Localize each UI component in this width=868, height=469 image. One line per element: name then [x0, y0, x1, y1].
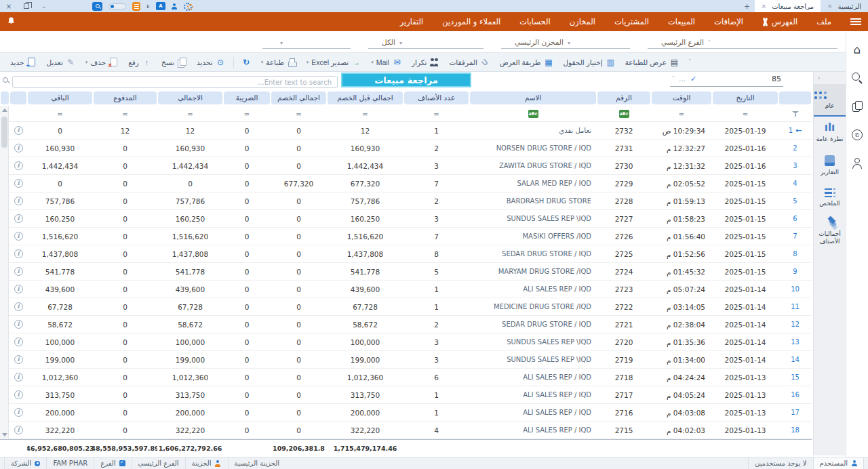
vertical-scrollbar[interactable]	[0, 106, 9, 439]
minimize-icon[interactable]: –	[35, 0, 53, 12]
equals-filter-icon[interactable]	[244, 110, 250, 118]
header-total[interactable]: الاجمالي	[157, 89, 223, 106]
scope-select[interactable]: الكل ▾	[368, 35, 484, 49]
abc-filter-icon[interactable]	[528, 110, 538, 118]
menu-reports[interactable]: التقارير	[391, 17, 433, 26]
filter-total[interactable]	[157, 106, 223, 121]
header-remaining[interactable]: الباقي	[27, 89, 93, 106]
tab-home[interactable]: الرئيسية ×	[821, 0, 868, 12]
records-count-input[interactable]	[754, 75, 781, 83]
choose-fields-button[interactable]: إختيار الحقول	[558, 56, 620, 69]
user-icon[interactable]	[172, 3, 178, 9]
warehouse-select[interactable]: المخزن الرئيسي ▾	[501, 35, 630, 49]
table-row[interactable]: 18 2025-01-13 04:02:03 م 2715 ALI SALES …	[0, 422, 812, 439]
menu-purchases[interactable]: المشتريات	[605, 17, 658, 26]
equals-filter-icon[interactable]	[679, 110, 684, 118]
table-row[interactable]: 8 2025-01-15 01:52:56 م 2725 SEDAR DRUG …	[0, 245, 812, 263]
filter-total-before-discount[interactable]	[327, 106, 403, 121]
table-row[interactable]: 15 2025-01-13 04:24:24 م 2718 ALI SALES …	[0, 369, 812, 386]
sidebar-collapse-chevron-icon[interactable]: ›	[814, 72, 846, 84]
menu-accounts[interactable]: الحسابات	[510, 17, 559, 26]
apply-check-icon[interactable]: ✓	[690, 75, 696, 83]
filter-items-count[interactable]	[403, 106, 469, 121]
refresh-button[interactable]	[237, 56, 256, 69]
whatsapp-icon[interactable]	[851, 129, 863, 141]
row-info-icon[interactable]	[14, 126, 23, 135]
equals-filter-icon[interactable]	[296, 110, 301, 118]
restore-icon[interactable]	[18, 0, 35, 12]
table-row[interactable]: 10 2025-01-14 05:07:24 م 2723 ALI SALES …	[0, 281, 812, 298]
row-info-icon[interactable]	[14, 320, 23, 329]
scrollbar-up-icon[interactable]	[2, 108, 7, 112]
header-name[interactable]: الاسم	[469, 89, 597, 106]
filter-remaining[interactable]	[27, 106, 93, 121]
sidebar-item-summary[interactable]: الملخص	[814, 182, 846, 214]
print-button[interactable]: طباعة▾	[256, 56, 302, 69]
table-row[interactable]: 3 2025-01-16 12:31:32 م 2730 ZAWITA DRUG…	[0, 157, 812, 175]
row-info-icon[interactable]	[14, 355, 23, 364]
pages-icon[interactable]	[851, 100, 863, 113]
table-row[interactable]: 4 2025-01-15 02:05:52 م 2729 SALAR MED R…	[0, 175, 812, 192]
equals-filter-icon[interactable]	[187, 110, 193, 118]
scrollbar-thumb[interactable]	[1, 117, 7, 148]
table-row[interactable]: 17 2025-01-13 04:03:08 م 2716 ALI SALES …	[0, 404, 812, 422]
post-button[interactable]: رفع	[123, 56, 157, 69]
menu-index[interactable]: الفهرس	[753, 17, 807, 26]
row-info-icon[interactable]	[14, 249, 23, 258]
export-excel-button[interactable]: تصدير Excel▾	[302, 56, 366, 69]
duplicate-button[interactable]: تكرار	[407, 56, 445, 69]
edit-button[interactable]: تعديل	[41, 56, 80, 69]
tab-sales-review[interactable]: مراجعة مبيعات ×	[755, 0, 821, 12]
branch-select[interactable]: الفرع الرئيسي ˅	[648, 35, 837, 49]
table-row[interactable]: 14 2025-01-14 01:34:00 م 2719 SUNDUS SAL…	[0, 351, 812, 369]
quick-search-icon[interactable]	[92, 2, 102, 11]
filter-name[interactable]	[469, 106, 597, 121]
row-info-icon[interactable]	[14, 408, 23, 417]
row-info-icon[interactable]	[14, 267, 23, 276]
filter-time[interactable]	[651, 106, 712, 121]
header-time[interactable]: الوقت	[651, 89, 712, 106]
filter-paid[interactable]	[93, 106, 157, 121]
header-total-before-discount[interactable]: اجمالي قبل الخصم	[327, 89, 403, 106]
search-input[interactable]	[12, 76, 338, 88]
equals-filter-icon[interactable]	[122, 110, 127, 118]
row-info-icon[interactable]	[14, 390, 23, 399]
row-info-icon[interactable]	[14, 338, 23, 346]
filter-number[interactable]	[597, 106, 651, 121]
row-info-icon[interactable]	[14, 285, 23, 293]
view-mode-button[interactable]: طريقة العرض	[495, 56, 559, 69]
menu-addons[interactable]: الإضافات	[705, 17, 753, 26]
table-row[interactable]: 5 2025-01-15 01:59:13 م 2728 BARDRASH DR…	[0, 192, 812, 210]
settings-gears-icon[interactable]	[184, 2, 193, 10]
scrollbar-down-icon[interactable]	[2, 433, 7, 436]
row-info-icon[interactable]	[14, 197, 23, 205]
new-tab-button[interactable]: +	[740, 0, 755, 12]
new-button[interactable]: جديد	[5, 56, 41, 69]
currency-icon[interactable]: ε	[146, 3, 150, 9]
header-tax[interactable]: الضريبة	[223, 89, 271, 106]
tab-close-icon[interactable]: ×	[827, 3, 833, 9]
search-icon[interactable]	[851, 72, 863, 84]
chevron-down-icon[interactable]: ˅	[672, 76, 675, 82]
delete-button[interactable]: حذف▾	[81, 56, 123, 69]
home-icon[interactable]	[851, 43, 863, 56]
table-row[interactable]: 6 2025-01-15 01:58:23 م 2727 SUNDUS SALE…	[0, 210, 812, 228]
equals-filter-icon[interactable]	[57, 110, 62, 118]
sidebar-item-overview[interactable]: نظرة عامة	[814, 117, 846, 149]
table-row[interactable]: 12 2025-01-14 02:38:04 م 2721 SEDAR DRUG…	[0, 316, 812, 333]
toggle-switch[interactable]	[108, 3, 126, 9]
row-info-icon[interactable]	[14, 232, 23, 241]
header-date[interactable]: التاريخ	[712, 89, 778, 106]
notes-icon[interactable]	[132, 2, 140, 11]
close-icon[interactable]: ×	[0, 0, 18, 12]
bell-icon[interactable]	[7, 16, 16, 28]
header-items-count[interactable]: عدد الأصناف	[403, 89, 469, 106]
row-info-icon[interactable]	[14, 426, 23, 434]
menu-sales[interactable]: المبيعات	[658, 17, 705, 26]
print-view-button[interactable]: عرض للطباعة	[620, 56, 684, 69]
equals-filter-icon[interactable]	[743, 110, 748, 118]
menu-clients-suppliers[interactable]: العملاء و الموردين	[433, 17, 510, 26]
abc-filter-icon[interactable]	[619, 110, 629, 118]
table-row[interactable]: 9 2025-01-15 01:45:32 م 2724 MARYAM DRUG…	[0, 263, 812, 281]
mail-button[interactable]: Mail▾	[366, 56, 407, 69]
